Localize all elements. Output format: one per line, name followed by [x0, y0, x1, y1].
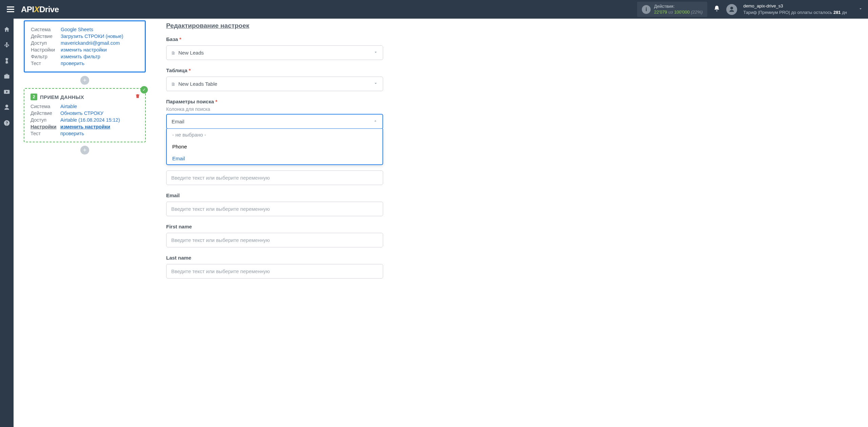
actions-value: 22'079 из 100'000 (22%) — [654, 9, 703, 15]
chevron-up-icon — [373, 119, 378, 124]
rail-home-icon[interactable] — [3, 25, 11, 34]
rail-account-icon[interactable] — [3, 103, 11, 111]
rail-briefcase-icon[interactable] — [3, 72, 11, 80]
step-number-badge: 2 — [31, 94, 37, 100]
card-row-value[interactable]: Загрузить СТРОКИ (новые) — [61, 34, 123, 39]
document-icon: 🗎 — [171, 50, 176, 56]
card-row: Фильтризменить фильтр — [31, 53, 139, 60]
topbar: APIXDrive i Действия: 22'079 из 100'000 … — [0, 0, 868, 19]
base-select[interactable]: 🗎New Leads — [166, 45, 383, 60]
rail-connections-icon[interactable] — [3, 41, 11, 49]
add-step-button[interactable]: + — [80, 146, 89, 155]
last-name-input[interactable] — [166, 264, 383, 279]
card-row-label: Фильтр — [31, 54, 61, 59]
card-row: Тестпроверить — [31, 130, 139, 137]
card-row-label: Система — [31, 104, 60, 109]
card-row-value[interactable]: Обновить СТРОКУ — [60, 110, 103, 116]
actions-counter[interactable]: i Действия: 22'079 из 100'000 (22%) — [637, 2, 707, 17]
user-menu-chevron-icon[interactable] — [858, 6, 863, 13]
card-row: СистемаGoogle Sheets — [31, 26, 139, 33]
card-row-value[interactable]: проверить — [60, 131, 84, 136]
delete-step-icon[interactable] — [135, 94, 140, 100]
card-row: ДействиеОбновить СТРОКУ — [31, 110, 139, 117]
card-row: Настройкиизменить настройки — [31, 123, 139, 130]
card-row-value[interactable]: изменить фильтр — [61, 54, 100, 59]
card-row-label: Действие — [31, 110, 60, 116]
actions-label: Действия: — [654, 4, 703, 9]
table-label: Таблица * — [166, 67, 383, 73]
rail-video-icon[interactable] — [3, 88, 11, 96]
card-row-label: Доступ — [31, 40, 61, 46]
card-row: Доступmaverickandrii@gmail.com — [31, 40, 139, 46]
card-row: Тестпроверить — [31, 60, 139, 67]
base-label: База * — [166, 36, 383, 42]
rail-help-icon[interactable] — [3, 119, 11, 127]
card-row-label: Настройки — [31, 47, 61, 53]
section-title: Редактирование настроек — [166, 22, 383, 29]
search-column-sublabel: Колонка для поиска — [166, 106, 383, 112]
search-params-label: Параметры поиска * — [166, 99, 383, 104]
add-step-button[interactable]: + — [80, 76, 89, 85]
avatar[interactable] — [726, 4, 737, 15]
search-value-input[interactable] — [166, 170, 383, 185]
left-rail — [0, 19, 14, 427]
first-name-label: First name — [166, 224, 383, 229]
search-column-select[interactable]: Email — [166, 114, 383, 129]
card-row-value[interactable]: Google Sheets — [61, 27, 93, 32]
table-select[interactable]: 🗎New Leads Table — [166, 77, 383, 91]
card-row-label: Настройки — [31, 124, 60, 129]
card-row-label: Тест — [31, 61, 61, 66]
card-row-label: Доступ — [31, 117, 60, 123]
card-row: Настройкиизменить настройки — [31, 46, 139, 53]
hamburger-menu[interactable] — [5, 3, 16, 15]
destination-card: ✓ 2 ПРИЕМ ДАННЫХ СистемаAirtableДействие… — [24, 88, 146, 142]
logo[interactable]: APIXDrive — [21, 5, 59, 14]
dropdown-option[interactable]: - не выбрано - — [167, 129, 382, 141]
chevron-down-icon — [373, 81, 378, 87]
card-row-value[interactable]: Airtable (16.08.2024 15:12) — [60, 117, 120, 123]
card-row: СистемаAirtable — [31, 103, 139, 110]
email-label: Email — [166, 192, 383, 198]
card-row-label: Тест — [31, 131, 60, 136]
card-row-value[interactable]: изменить настройки — [61, 47, 107, 53]
card-row: ДоступAirtable (16.08.2024 15:12) — [31, 117, 139, 123]
card-row-value[interactable]: проверить — [61, 61, 84, 66]
card-row-value[interactable]: изменить настройки — [60, 124, 110, 129]
rail-billing-icon[interactable] — [3, 57, 11, 65]
card-row-label: Действие — [31, 34, 61, 39]
notifications-icon[interactable] — [713, 5, 720, 14]
check-badge-icon: ✓ — [140, 86, 148, 94]
email-input[interactable] — [166, 202, 383, 216]
last-name-label: Last name — [166, 255, 383, 261]
info-icon: i — [642, 5, 651, 14]
chevron-down-icon — [373, 50, 378, 56]
user-info: demo_apix-drive_s3 Тариф |Премиум PRO| д… — [743, 3, 847, 15]
card-row-label: Система — [31, 27, 61, 32]
step-title: ПРИЕМ ДАННЫХ — [40, 94, 84, 100]
card-row-value[interactable]: Airtable — [60, 104, 77, 109]
dropdown-option[interactable]: Phone — [167, 141, 382, 152]
card-row: ДействиеЗагрузить СТРОКИ (новые) — [31, 33, 139, 40]
card-row-value[interactable]: maverickandrii@gmail.com — [61, 40, 120, 46]
document-icon: 🗎 — [171, 82, 176, 87]
search-column-dropdown: - не выбрано -PhoneEmail — [166, 129, 383, 165]
dropdown-option[interactable]: Email — [167, 152, 382, 164]
first-name-input[interactable] — [166, 233, 383, 247]
source-card: СистемаGoogle SheetsДействиеЗагрузить СТ… — [24, 20, 146, 73]
user-name: demo_apix-drive_s3 — [743, 3, 847, 9]
user-tariff: Тариф |Премиум PRO| до оплаты осталось 2… — [743, 9, 847, 16]
